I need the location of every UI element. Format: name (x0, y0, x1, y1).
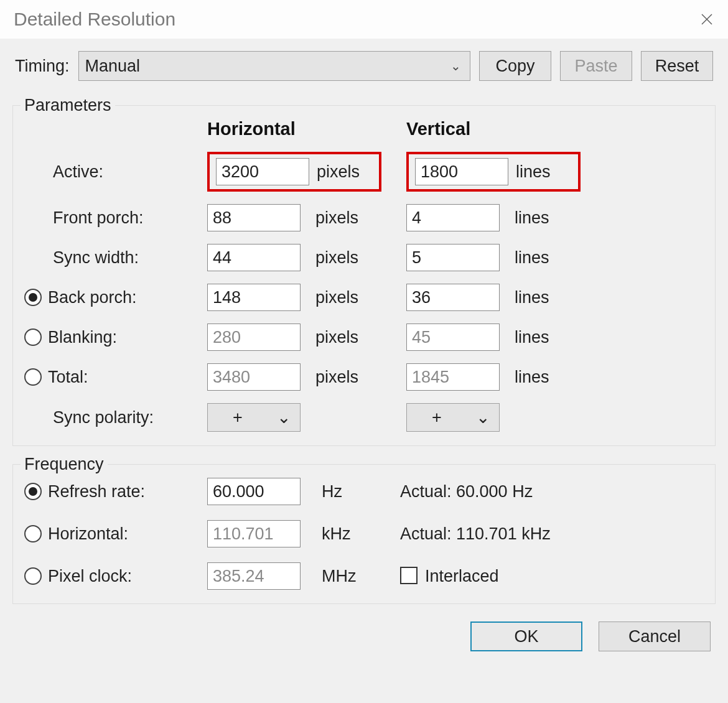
unit-pixels: pixels (307, 368, 381, 387)
horizontal-actual: Actual: 110.701 kHz (400, 524, 693, 544)
row-sync-polarity-label: Sync polarity: (21, 408, 207, 427)
back-porch-horizontal-input[interactable] (207, 284, 301, 311)
chevron-down-icon: ⌄ (476, 407, 490, 427)
unit-lines: lines (506, 328, 574, 347)
active-horizontal-highlight: pixels (207, 152, 381, 192)
row-blanking-label[interactable]: Blanking: (21, 328, 207, 347)
sync-polarity-horizontal-select[interactable]: + ⌄ (207, 403, 301, 432)
row-refresh-label[interactable]: Refresh rate: (21, 482, 207, 501)
window-title: Detailed Resolution (14, 9, 175, 30)
pixel-clock-radio[interactable] (24, 567, 42, 585)
close-button[interactable] (692, 4, 722, 34)
unit-khz: kHz (313, 524, 363, 544)
active-vertical-input[interactable] (415, 158, 508, 185)
horizontal-freq-input (207, 520, 301, 547)
frequency-grid: Refresh rate: Hz Actual: 60.000 Hz Horiz… (21, 478, 707, 590)
sync-polarity-vertical-select[interactable]: + ⌄ (406, 403, 500, 432)
interlaced-row[interactable]: Interlaced (400, 567, 693, 586)
row-sync-width-label: Sync width: (21, 248, 207, 268)
timing-value: Manual (85, 57, 141, 76)
header-horizontal: Horizontal (207, 119, 381, 139)
horizontal-freq-radio[interactable] (24, 525, 42, 542)
close-icon (701, 14, 712, 25)
cancel-button[interactable]: Cancel (599, 622, 711, 651)
dialog-window: Detailed Resolution Timing: Manual ⌄ Cop… (0, 0, 728, 669)
unit-mhz: MHz (313, 567, 363, 586)
toolbar: Timing: Manual ⌄ Copy Paste Reset (0, 39, 728, 87)
pixel-clock-input (207, 562, 301, 590)
unit-lines: lines (508, 162, 551, 182)
header-vertical: Vertical (406, 119, 574, 139)
back-porch-vertical-input[interactable] (406, 284, 500, 311)
unit-pixels: pixels (307, 248, 381, 268)
blanking-radio[interactable] (24, 328, 42, 346)
unit-hz: Hz (313, 482, 363, 501)
unit-lines: lines (506, 288, 574, 307)
parameters-legend: Parameters (21, 96, 115, 115)
row-back-porch-label[interactable]: Back porch: (21, 288, 207, 307)
reset-button[interactable]: Reset (641, 51, 713, 81)
row-pixel-clock-label[interactable]: Pixel clock: (21, 567, 207, 586)
active-vertical-highlight: lines (406, 152, 581, 192)
active-horizontal-input[interactable] (216, 158, 309, 185)
total-radio[interactable] (24, 368, 42, 386)
refresh-actual: Actual: 60.000 Hz (400, 482, 693, 501)
chevron-down-icon: ⌄ (277, 407, 291, 427)
unit-lines: lines (506, 248, 574, 268)
sync-width-vertical-input[interactable] (406, 244, 500, 271)
row-total-label[interactable]: Total: (21, 368, 207, 387)
refresh-radio[interactable] (24, 483, 42, 500)
blanking-vertical-input (406, 324, 500, 351)
unit-pixels: pixels (307, 208, 381, 228)
paste-button[interactable]: Paste (560, 51, 632, 81)
ok-button[interactable]: OK (470, 622, 582, 651)
unit-lines: lines (506, 208, 574, 228)
blanking-horizontal-input (207, 324, 301, 351)
row-active-label: Active: (21, 162, 207, 182)
row-horizontal-freq-label[interactable]: Horizontal: (21, 524, 207, 544)
frequency-legend: Frequency (21, 455, 108, 474)
front-porch-vertical-input[interactable] (406, 204, 500, 231)
frequency-group: Frequency Refresh rate: Hz Actual: 60.00… (12, 455, 716, 604)
total-horizontal-input (207, 363, 301, 391)
refresh-input[interactable] (207, 478, 301, 505)
parameters-group: Parameters Horizontal Vertical Active: p… (12, 96, 716, 446)
copy-button[interactable]: Copy (479, 51, 551, 81)
sync-width-horizontal-input[interactable] (207, 244, 301, 271)
dialog-buttons: OK Cancel (0, 610, 728, 669)
total-vertical-input (406, 363, 500, 391)
chevron-down-icon: ⌄ (450, 58, 461, 73)
row-front-porch-label: Front porch: (21, 208, 207, 228)
front-porch-horizontal-input[interactable] (207, 204, 301, 231)
timing-label: Timing: (15, 57, 70, 76)
interlaced-checkbox[interactable] (400, 567, 418, 584)
titlebar: Detailed Resolution (0, 0, 728, 39)
unit-pixels: pixels (309, 162, 360, 182)
timing-select[interactable]: Manual ⌄ (78, 51, 470, 81)
unit-pixels: pixels (307, 288, 381, 307)
unit-pixels: pixels (307, 328, 381, 347)
unit-lines: lines (506, 368, 574, 387)
parameters-grid: Horizontal Vertical Active: pixels lines… (21, 119, 707, 432)
back-porch-radio[interactable] (24, 289, 42, 306)
